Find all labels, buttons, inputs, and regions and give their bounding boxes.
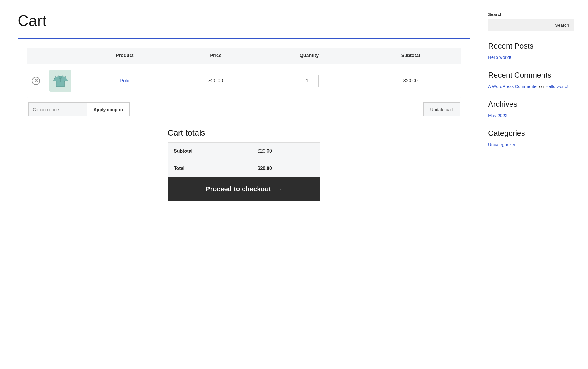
col-header-quantity: Quantity <box>258 48 360 64</box>
search-input[interactable] <box>488 19 550 31</box>
cart-totals-title: Cart totals <box>168 128 320 138</box>
sidebar-archives: Archives May 2022 <box>488 100 570 118</box>
totals-table: Subtotal $20.00 Total $20.00 <box>168 142 320 177</box>
recent-comment-text: A WordPress Commenter on Hello world! <box>488 84 570 89</box>
product-name-cell: Polo <box>76 64 173 98</box>
coupon-row: Apply coupon Update cart <box>27 102 461 116</box>
arrow-icon: → <box>276 185 282 193</box>
svg-point-2 <box>59 76 62 78</box>
update-cart-button[interactable]: Update cart <box>423 102 460 116</box>
subtotal-row: Subtotal $20.00 <box>168 143 320 160</box>
total-label: Total <box>168 160 252 177</box>
subtotal-value: $20.00 <box>252 143 320 160</box>
comment-post-link[interactable]: Hello world! <box>545 84 568 89</box>
product-image <box>49 70 71 92</box>
category-link-0[interactable]: Uncategorized <box>488 142 517 147</box>
main-content: Cart Product Price Quantity Subtotal <box>18 12 470 210</box>
commenter-link[interactable]: A WordPress Commenter <box>488 84 538 89</box>
page-title: Cart <box>18 12 470 29</box>
remove-cell: ✕ <box>27 64 45 98</box>
table-row: ✕ <box>27 64 461 98</box>
categories-title: Categories <box>488 129 570 138</box>
comment-on-text: on <box>539 84 545 89</box>
checkout-button[interactable]: Proceed to checkout → <box>168 177 320 201</box>
subtotal-label: Subtotal <box>168 143 252 160</box>
checkout-label: Proceed to checkout <box>206 185 271 193</box>
cart-table: Product Price Quantity Subtotal ✕ <box>27 48 461 98</box>
search-label: Search <box>488 12 570 17</box>
recent-posts-title: Recent Posts <box>488 41 570 51</box>
product-image-cell <box>45 64 76 98</box>
sidebar-search-section: Search Search <box>488 12 570 31</box>
product-quantity-cell <box>258 64 360 98</box>
search-row: Search <box>488 19 570 31</box>
polo-shirt-icon <box>52 73 69 89</box>
recent-comments-title: Recent Comments <box>488 71 570 80</box>
recent-post-link-0[interactable]: Hello world! <box>488 55 511 60</box>
remove-item-button[interactable]: ✕ <box>32 77 40 85</box>
sidebar: Search Search Recent Posts Hello world! … <box>488 12 570 210</box>
product-subtotal-cell: $20.00 <box>360 64 461 98</box>
sidebar-recent-posts: Recent Posts Hello world! <box>488 41 570 60</box>
cart-totals: Cart totals Subtotal $20.00 Total $20.00 <box>168 128 320 201</box>
col-header-remove <box>27 48 45 64</box>
product-price-cell: $20.00 <box>173 64 258 98</box>
coupon-input[interactable] <box>28 102 87 116</box>
col-header-subtotal: Subtotal <box>360 48 461 64</box>
total-value: $20.00 <box>252 160 320 177</box>
search-button[interactable]: Search <box>550 19 574 31</box>
remove-icon: ✕ <box>32 77 40 85</box>
page-wrapper: Cart Product Price Quantity Subtotal <box>0 0 588 222</box>
total-row: Total $20.00 <box>168 160 320 177</box>
cart-table-header-row: Product Price Quantity Subtotal <box>27 48 461 64</box>
sidebar-categories: Categories Uncategorized <box>488 129 570 147</box>
quantity-input[interactable] <box>300 75 319 87</box>
archives-title: Archives <box>488 100 570 109</box>
apply-coupon-button[interactable]: Apply coupon <box>87 102 130 116</box>
col-header-product: Product <box>76 48 173 64</box>
cart-container: Product Price Quantity Subtotal ✕ <box>18 38 470 210</box>
col-header-image <box>45 48 76 64</box>
col-header-price: Price <box>173 48 258 64</box>
sidebar-recent-comments: Recent Comments A WordPress Commenter on… <box>488 71 570 89</box>
coupon-left: Apply coupon <box>28 102 130 116</box>
product-link[interactable]: Polo <box>120 78 129 83</box>
archive-link-0[interactable]: May 2022 <box>488 113 507 118</box>
